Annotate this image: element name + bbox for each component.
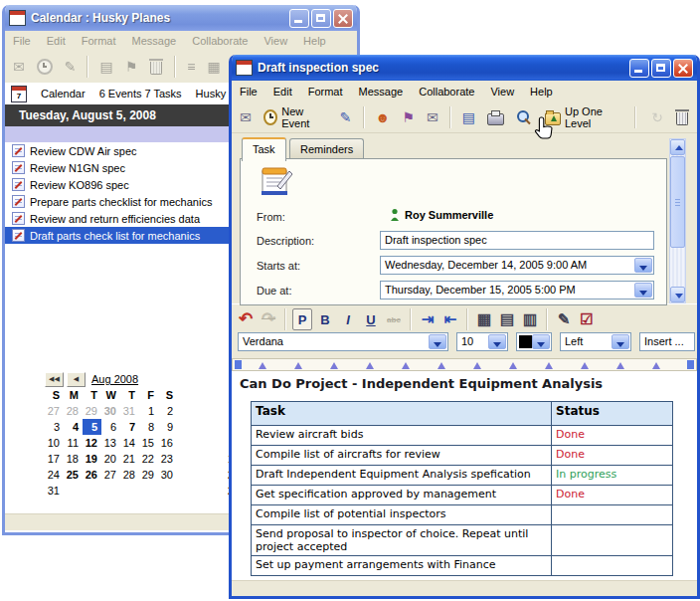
menu-help[interactable]: Help [295, 32, 334, 50]
tab-stop-marker[interactable] [438, 362, 445, 369]
pin-button[interactable]: ⚑ [398, 107, 419, 127]
tab-stop-marker[interactable] [473, 362, 481, 369]
indent-button[interactable]: ⇥ [418, 308, 438, 330]
menu-view[interactable]: View [482, 83, 522, 100]
chevron-down-icon[interactable] [488, 334, 506, 349]
view-list-button[interactable]: ▤ [458, 107, 479, 127]
font-size-dropdown[interactable]: 10 [456, 332, 508, 351]
paragraph-button[interactable]: P [292, 308, 312, 330]
menu-collaborate[interactable]: Collaborate [184, 32, 256, 50]
menu-format[interactable]: Format [74, 32, 124, 50]
day-cell[interactable]: 1 [139, 403, 158, 419]
new-message-button[interactable]: ✉ [236, 107, 256, 127]
menu-message[interactable]: Message [124, 32, 185, 50]
starts-at-dropdown[interactable]: Wednesday, December 14, 2005 9:00 AM [380, 256, 654, 275]
scroll-down-button[interactable] [670, 287, 685, 302]
day-cell[interactable]: 23 [158, 451, 177, 467]
prev-month-button[interactable]: ◀ [67, 372, 86, 387]
signature-button[interactable]: ✎ [554, 308, 574, 330]
day-cell[interactable]: 21 [120, 451, 139, 467]
table-merge-button[interactable]: ▥ [520, 308, 540, 330]
chevron-down-icon[interactable] [612, 334, 629, 349]
table-rows-button[interactable]: ▤ [497, 308, 517, 330]
day-cell[interactable]: 11 [64, 435, 83, 451]
bold-button[interactable]: B [315, 308, 335, 330]
print-button[interactable] [483, 107, 508, 127]
day-cell[interactable]: 9 [158, 419, 177, 435]
undo-button[interactable]: ↶ [236, 308, 256, 330]
day-cell[interactable]: 18 [64, 451, 83, 467]
day-cell[interactable]: 3 [45, 419, 64, 435]
close-button[interactable] [333, 9, 353, 28]
tab-reminders[interactable]: Reminders [289, 138, 364, 160]
menu-help[interactable]: Help [522, 83, 561, 100]
scroll-up-button[interactable] [670, 139, 685, 155]
tab-stop-marker[interactable] [330, 362, 338, 369]
maximize-button[interactable] [311, 9, 331, 28]
day-cell[interactable]: 14 [120, 435, 139, 451]
table-select-button[interactable]: ▦ [474, 308, 494, 330]
scrollbar-thumb[interactable] [670, 156, 685, 248]
day-cell[interactable]: 29 [139, 467, 158, 483]
day-cell[interactable]: 28 [120, 467, 139, 483]
tab-stop-marker[interactable] [545, 362, 553, 369]
right-indent-marker[interactable] [687, 360, 694, 369]
menu-edit[interactable]: Edit [39, 32, 74, 50]
maximize-button[interactable] [651, 59, 671, 78]
vertical-scrollbar[interactable] [669, 138, 686, 303]
menu-edit[interactable]: Edit [265, 83, 300, 100]
alignment-dropdown[interactable]: Left [560, 332, 631, 351]
day-cell[interactable]: 19 [83, 451, 101, 467]
tab-stop-marker[interactable] [259, 362, 266, 369]
day-cell[interactable]: 6 [101, 419, 120, 435]
day-cell[interactable]: 17 [45, 451, 64, 467]
day-cell[interactable]: 16 [158, 435, 177, 451]
task-titlebar[interactable]: Draft inspection spec [232, 55, 697, 81]
day-cell[interactable]: 29 [83, 403, 101, 419]
font-family-dropdown[interactable]: Verdana [238, 332, 448, 351]
rich-text-editor[interactable]: Can Do Project - Independent Equipment A… [232, 371, 697, 579]
spellcheck-button[interactable]: ☑ [577, 308, 597, 330]
day-cell[interactable]: 28 [64, 403, 83, 419]
tab-stop-marker[interactable] [652, 362, 660, 369]
menu-message[interactable]: Message [351, 83, 412, 100]
day-cell[interactable]: 27 [101, 467, 120, 483]
day-cell[interactable]: 30 [158, 467, 177, 483]
font-color-dropdown[interactable] [516, 332, 552, 351]
italic-button[interactable]: I [338, 308, 358, 330]
menu-file[interactable]: File [232, 83, 265, 100]
day-cell[interactable]: 30 [101, 403, 120, 419]
day-cell[interactable]: 4 [64, 419, 83, 435]
menu-view[interactable]: View [256, 32, 295, 50]
day-cell[interactable]: 8 [139, 419, 158, 435]
chevron-down-icon[interactable] [532, 334, 550, 349]
calendar-titlebar[interactable]: Calendar : Husky Planes [5, 5, 357, 31]
new-task-button[interactable]: ✎ [336, 107, 356, 127]
description-input[interactable]: Draft inspection spec [380, 231, 654, 250]
day-cell[interactable]: 31 [120, 403, 139, 419]
day-cell[interactable]: 20 [101, 451, 120, 467]
chevron-down-icon[interactable] [429, 334, 446, 349]
underline-button[interactable]: U [361, 308, 381, 330]
tab-stop-marker[interactable] [366, 362, 374, 369]
tab-stop-marker[interactable] [402, 362, 410, 369]
day-cell[interactable]: 22 [139, 451, 158, 467]
trash-button[interactable] [671, 107, 693, 127]
tab-stop-marker[interactable] [509, 362, 517, 369]
search-button[interactable] [512, 107, 537, 127]
tab-stop-marker[interactable] [616, 362, 624, 369]
day-cell[interactable]: 10 [45, 435, 64, 451]
day-cell[interactable]: 27 [45, 403, 64, 419]
tab-task[interactable]: Task [242, 137, 286, 161]
forward-message-button[interactable]: ✉ [423, 107, 442, 127]
left-indent-marker[interactable] [235, 360, 242, 369]
chevron-down-icon[interactable] [634, 283, 652, 298]
day-cell[interactable]: 31 [45, 483, 64, 499]
due-at-dropdown[interactable]: Thursday, December 15, 2005 5:00 PM [380, 281, 654, 300]
attendee-button[interactable]: ☻ [372, 107, 395, 127]
menu-format[interactable]: Format [300, 83, 351, 100]
day-cell[interactable]: 12 [83, 435, 101, 451]
day-cell[interactable]: 24 [45, 467, 64, 483]
menu-collaborate[interactable]: Collaborate [411, 83, 482, 100]
selected-day-cell[interactable]: 5 [83, 419, 101, 435]
